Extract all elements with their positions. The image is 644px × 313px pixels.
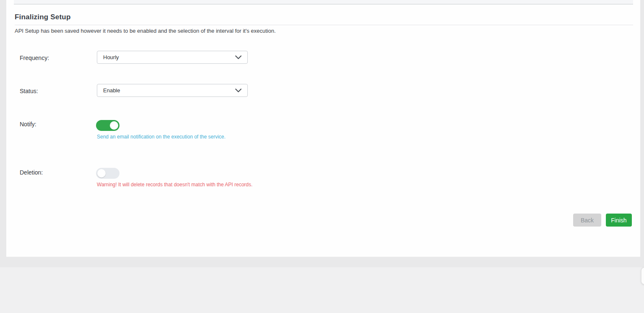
page-description: API Setup has been saved however it need… <box>15 28 276 34</box>
frequency-selected-value: Hourly <box>103 54 235 60</box>
notify-label: Notify: <box>20 121 36 128</box>
finish-button[interactable]: Finish <box>606 214 632 227</box>
divider <box>15 25 633 25</box>
toggle-knob <box>110 121 118 130</box>
notify-toggle[interactable] <box>96 120 119 131</box>
deletion-warning-text: Warning! It will delete records that doe… <box>97 182 252 188</box>
status-label: Status: <box>20 88 38 94</box>
deletion-toggle[interactable] <box>96 168 119 179</box>
page-title: Finalizing Setup <box>15 13 71 21</box>
toggle-knob <box>97 169 106 177</box>
deletion-label: Deletion: <box>20 169 43 176</box>
status-select[interactable]: Enable <box>97 84 248 97</box>
notify-help-text: Send an email notification on the execut… <box>97 134 226 140</box>
frequency-select[interactable]: Hourly <box>97 51 248 64</box>
chevron-down-icon <box>235 55 242 59</box>
wizard-steps-bar-remnant <box>14 0 633 5</box>
frequency-label: Frequency: <box>20 55 49 61</box>
setup-wizard-panel: Finalizing Setup API Setup has been save… <box>6 0 640 257</box>
chevron-down-icon <box>235 89 242 92</box>
page: Finalizing Setup API Setup has been save… <box>0 0 644 313</box>
back-button[interactable]: Back <box>573 214 601 227</box>
status-selected-value: Enable <box>103 87 235 94</box>
edge-floating-widget[interactable] <box>641 267 644 284</box>
